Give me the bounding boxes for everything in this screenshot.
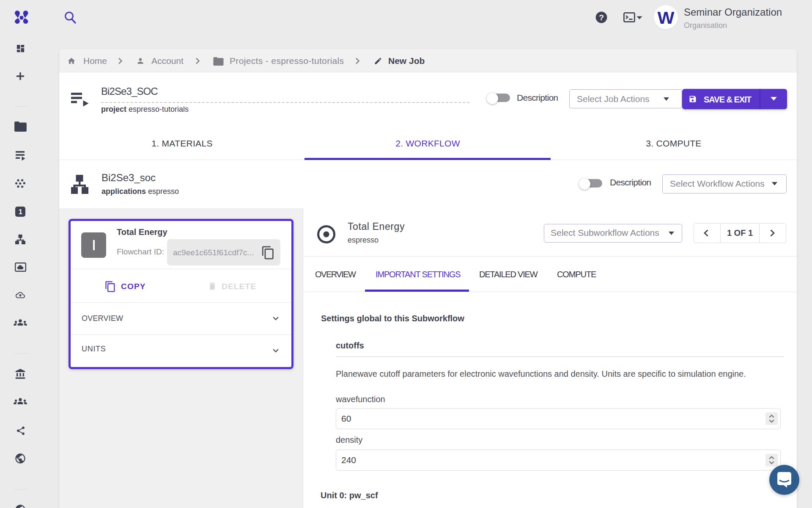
svg-text:1: 1 <box>19 208 22 215</box>
svg-text:?: ? <box>599 13 604 22</box>
